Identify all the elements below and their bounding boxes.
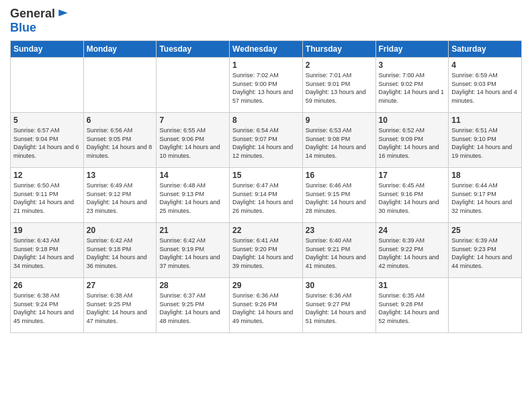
day-number: 1: [232, 60, 300, 70]
calendar-cell: [83, 58, 157, 113]
calendar-cell: 11Sunrise: 6:51 AMSunset: 9:10 PMDayligh…: [449, 113, 522, 168]
day-number: 17: [379, 171, 446, 180]
calendar-cell: 13Sunrise: 6:49 AMSunset: 9:12 PMDayligh…: [83, 168, 157, 223]
calendar-cell: 30Sunrise: 6:36 AMSunset: 9:27 PMDayligh…: [302, 278, 375, 333]
day-number: 14: [159, 171, 226, 180]
calendar-cell: 17Sunrise: 6:45 AMSunset: 9:16 PMDayligh…: [375, 168, 449, 223]
calendar-cell: 1Sunrise: 7:02 AMSunset: 9:00 PMDaylight…: [230, 58, 303, 113]
calendar-cell: [157, 58, 230, 113]
day-number: 23: [306, 226, 373, 235]
day-info: Sunrise: 6:42 AMSunset: 9:18 PMDaylight:…: [87, 236, 154, 270]
weekday-header-tuesday: Tuesday: [157, 41, 230, 58]
logo-blue-text: Blue: [10, 21, 36, 34]
day-number: 20: [87, 226, 154, 235]
day-info: Sunrise: 6:50 AMSunset: 9:11 PMDaylight:…: [13, 181, 81, 215]
weekday-header-saturday: Saturday: [449, 41, 522, 58]
day-number: 5: [13, 116, 81, 125]
calendar-cell: 9Sunrise: 6:53 AMSunset: 9:08 PMDaylight…: [302, 113, 375, 168]
calendar-cell: 25Sunrise: 6:39 AMSunset: 9:23 PMDayligh…: [449, 223, 522, 278]
day-info: Sunrise: 6:54 AMSunset: 9:07 PMDaylight:…: [232, 126, 300, 160]
svg-marker-0: [58, 9, 67, 16]
day-number: 3: [379, 60, 446, 70]
weekday-header-friday: Friday: [375, 41, 449, 58]
day-info: Sunrise: 6:57 AMSunset: 9:04 PMDaylight:…: [13, 126, 81, 160]
day-number: 4: [451, 60, 519, 70]
day-number: 21: [159, 226, 226, 235]
day-info: Sunrise: 6:49 AMSunset: 9:12 PMDaylight:…: [87, 181, 154, 215]
day-number: 18: [451, 171, 519, 180]
calendar-cell: 20Sunrise: 6:42 AMSunset: 9:18 PMDayligh…: [83, 223, 157, 278]
day-number: 22: [232, 226, 300, 235]
calendar-cell: 14Sunrise: 6:48 AMSunset: 9:13 PMDayligh…: [157, 168, 230, 223]
day-info: Sunrise: 6:55 AMSunset: 9:06 PMDaylight:…: [159, 126, 226, 160]
logo: General Blue: [10, 7, 70, 35]
calendar-cell: 7Sunrise: 6:55 AMSunset: 9:06 PMDaylight…: [157, 113, 230, 168]
logo-flag-icon: [56, 7, 70, 21]
day-info: Sunrise: 6:51 AMSunset: 9:10 PMDaylight:…: [451, 126, 519, 160]
week-row-1: 1Sunrise: 7:02 AMSunset: 9:00 PMDaylight…: [11, 58, 522, 113]
week-row-5: 26Sunrise: 6:38 AMSunset: 9:24 PMDayligh…: [11, 278, 522, 333]
day-info: Sunrise: 6:45 AMSunset: 9:16 PMDaylight:…: [379, 181, 446, 215]
day-number: 28: [159, 281, 226, 290]
day-info: Sunrise: 6:56 AMSunset: 9:05 PMDaylight:…: [87, 126, 154, 160]
weekday-header-monday: Monday: [83, 41, 157, 58]
day-number: 7: [159, 116, 226, 125]
day-info: Sunrise: 6:36 AMSunset: 9:26 PMDaylight:…: [232, 291, 300, 325]
day-number: 31: [379, 281, 446, 290]
calendar-cell: 5Sunrise: 6:57 AMSunset: 9:04 PMDaylight…: [11, 113, 84, 168]
day-info: Sunrise: 6:47 AMSunset: 9:14 PMDaylight:…: [232, 181, 300, 215]
calendar-cell: 2Sunrise: 7:01 AMSunset: 9:01 PMDaylight…: [302, 58, 375, 113]
weekday-header-wednesday: Wednesday: [230, 41, 303, 58]
day-info: Sunrise: 6:59 AMSunset: 9:03 PMDaylight:…: [451, 71, 519, 105]
calendar-cell: 4Sunrise: 6:59 AMSunset: 9:03 PMDaylight…: [449, 58, 522, 113]
calendar-cell: 8Sunrise: 6:54 AMSunset: 9:07 PMDaylight…: [230, 113, 303, 168]
day-info: Sunrise: 6:37 AMSunset: 9:25 PMDaylight:…: [159, 291, 226, 325]
calendar-cell: [11, 58, 84, 113]
calendar-cell: [449, 278, 522, 333]
calendar-cell: 15Sunrise: 6:47 AMSunset: 9:14 PMDayligh…: [230, 168, 303, 223]
day-info: Sunrise: 7:02 AMSunset: 9:00 PMDaylight:…: [232, 71, 300, 105]
page: General Blue SundayMondayTuesdayWednesda…: [0, 0, 532, 411]
calendar-cell: 12Sunrise: 6:50 AMSunset: 9:11 PMDayligh…: [11, 168, 84, 223]
day-number: 24: [379, 226, 446, 235]
calendar-cell: 16Sunrise: 6:46 AMSunset: 9:15 PMDayligh…: [302, 168, 375, 223]
day-number: 13: [87, 171, 154, 180]
week-row-3: 12Sunrise: 6:50 AMSunset: 9:11 PMDayligh…: [11, 168, 522, 223]
week-row-2: 5Sunrise: 6:57 AMSunset: 9:04 PMDaylight…: [11, 113, 522, 168]
day-info: Sunrise: 6:39 AMSunset: 9:22 PMDaylight:…: [379, 236, 446, 270]
calendar-cell: 10Sunrise: 6:52 AMSunset: 9:09 PMDayligh…: [375, 113, 449, 168]
calendar-cell: 18Sunrise: 6:44 AMSunset: 9:17 PMDayligh…: [449, 168, 522, 223]
day-number: 26: [13, 281, 81, 290]
calendar-table: SundayMondayTuesdayWednesdayThursdayFrid…: [10, 40, 522, 333]
day-number: 19: [13, 226, 81, 235]
day-info: Sunrise: 6:35 AMSunset: 9:28 PMDaylight:…: [379, 291, 446, 325]
logo-general-text: General: [10, 7, 55, 21]
weekday-header-thursday: Thursday: [302, 41, 375, 58]
day-info: Sunrise: 6:46 AMSunset: 9:15 PMDaylight:…: [306, 181, 373, 215]
calendar-cell: 27Sunrise: 6:38 AMSunset: 9:25 PMDayligh…: [83, 278, 157, 333]
day-number: 27: [87, 281, 154, 290]
day-info: Sunrise: 6:43 AMSunset: 9:18 PMDaylight:…: [13, 236, 81, 270]
calendar-cell: 28Sunrise: 6:37 AMSunset: 9:25 PMDayligh…: [157, 278, 230, 333]
day-info: Sunrise: 6:42 AMSunset: 9:19 PMDaylight:…: [159, 236, 226, 270]
calendar-cell: 23Sunrise: 6:40 AMSunset: 9:21 PMDayligh…: [302, 223, 375, 278]
day-number: 30: [306, 281, 373, 290]
calendar-cell: 21Sunrise: 6:42 AMSunset: 9:19 PMDayligh…: [157, 223, 230, 278]
weekday-header-row: SundayMondayTuesdayWednesdayThursdayFrid…: [11, 41, 522, 58]
day-info: Sunrise: 6:48 AMSunset: 9:13 PMDaylight:…: [159, 181, 226, 215]
day-number: 2: [306, 60, 373, 70]
day-info: Sunrise: 6:39 AMSunset: 9:23 PMDaylight:…: [451, 236, 519, 270]
day-info: Sunrise: 6:53 AMSunset: 9:08 PMDaylight:…: [306, 126, 373, 160]
day-number: 12: [13, 171, 81, 180]
day-info: Sunrise: 6:38 AMSunset: 9:25 PMDaylight:…: [87, 291, 154, 325]
day-number: 6: [87, 116, 154, 125]
day-number: 9: [306, 116, 373, 125]
day-info: Sunrise: 7:01 AMSunset: 9:01 PMDaylight:…: [306, 71, 373, 105]
calendar-cell: 29Sunrise: 6:36 AMSunset: 9:26 PMDayligh…: [230, 278, 303, 333]
day-number: 29: [232, 281, 300, 290]
calendar-cell: 31Sunrise: 6:35 AMSunset: 9:28 PMDayligh…: [375, 278, 449, 333]
calendar-cell: 26Sunrise: 6:38 AMSunset: 9:24 PMDayligh…: [11, 278, 84, 333]
day-number: 8: [232, 116, 300, 125]
day-number: 11: [451, 116, 519, 125]
day-info: Sunrise: 6:38 AMSunset: 9:24 PMDaylight:…: [13, 291, 81, 325]
